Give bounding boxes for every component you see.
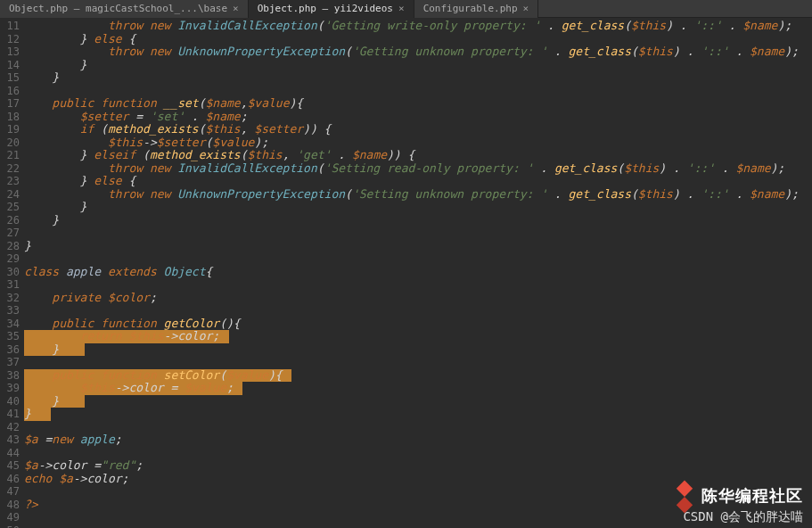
tab-1[interactable]: Object.php — magicCastSchool_...\base×: [0, 0, 249, 18]
close-icon[interactable]: ×: [523, 3, 529, 16]
tab-bar: Object.php — magicCastSchool_...\base× O…: [0, 0, 812, 18]
code-area[interactable]: throw new InvalidCallException('Getting …: [24, 18, 812, 528]
close-icon[interactable]: ×: [398, 3, 405, 16]
tab-3-label: Configurable.php: [423, 3, 518, 16]
tab-1-label: Object.php — magicCastSchool_...\base: [9, 3, 227, 16]
close-icon[interactable]: ×: [233, 3, 239, 16]
line-gutter: 1112131415161718192021222324252627282930…: [0, 18, 24, 528]
tab-2[interactable]: Object.php — yii2videos×: [249, 0, 414, 18]
editor: 1112131415161718192021222324252627282930…: [0, 18, 812, 528]
tab-2-label: Object.php — yii2videos: [258, 3, 393, 16]
tab-3[interactable]: Configurable.php×: [414, 0, 539, 18]
